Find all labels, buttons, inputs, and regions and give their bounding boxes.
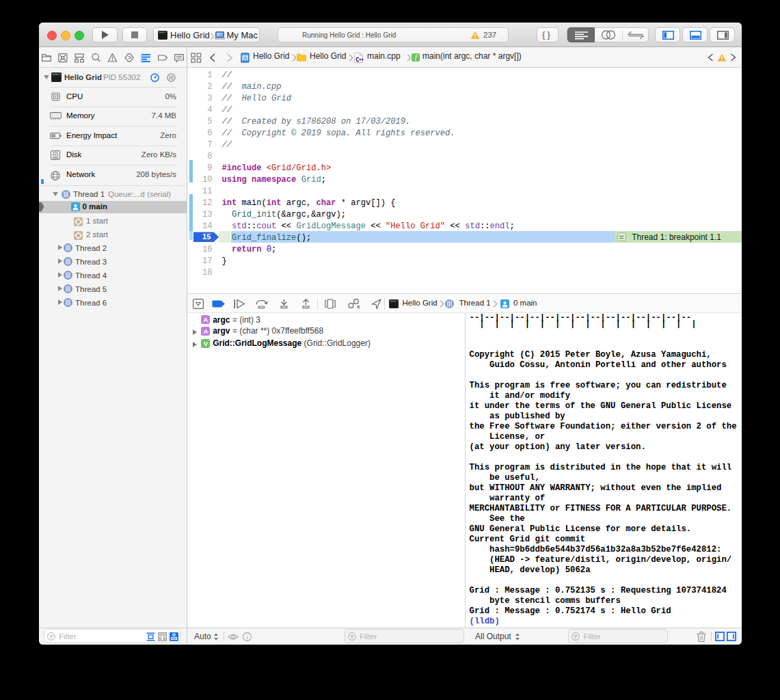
svg-text:i: i	[246, 634, 248, 641]
